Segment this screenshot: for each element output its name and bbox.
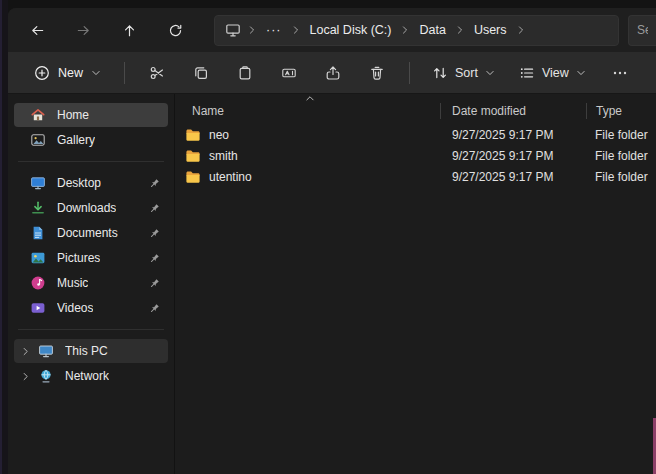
forward-button[interactable] <box>66 15 100 45</box>
breadcrumb-segment-drive[interactable]: Local Disk (C:) <box>303 20 399 40</box>
chevron-down-icon <box>576 68 586 78</box>
sort-button-label: Sort <box>455 66 478 80</box>
sidebar-item-home[interactable]: Home <box>14 103 168 127</box>
plus-circle-icon <box>34 65 50 81</box>
sidebar-item-desktop[interactable]: Desktop <box>14 171 168 195</box>
column-header-label: Type <box>596 104 622 118</box>
sidebar-item-this-pc[interactable]: This PC <box>14 339 168 363</box>
file-name-cell[interactable]: smith <box>175 148 440 164</box>
sidebar-item-label: Music <box>57 276 88 290</box>
chevron-right-icon <box>399 25 411 35</box>
file-type: File folder <box>585 170 656 184</box>
chevron-right-icon[interactable] <box>18 346 32 357</box>
pin-icon[interactable] <box>148 252 161 265</box>
forward-icon <box>76 23 91 38</box>
file-date-modified: 9/27/2025 9:17 PM <box>440 128 585 142</box>
file-type: File folder <box>585 149 656 163</box>
explorer-body: Home Gallery Desktop Downloads <box>8 94 656 474</box>
refresh-button[interactable] <box>158 15 192 45</box>
address-bar[interactable]: ··· Local Disk (C:) Data Users <box>214 15 619 46</box>
sort-button[interactable]: Sort <box>423 57 504 89</box>
file-date-modified: 9/27/2025 9:17 PM <box>440 170 585 184</box>
file-list-pane: Name Date modified Type neo <box>175 94 656 474</box>
folder-icon <box>185 148 201 164</box>
gallery-icon <box>30 132 46 148</box>
up-icon <box>122 23 137 38</box>
pin-icon[interactable] <box>148 277 161 290</box>
new-button-label: New <box>58 66 83 80</box>
more-options-button[interactable] <box>601 57 639 89</box>
sidebar-item-documents[interactable]: Documents <box>14 221 168 245</box>
sidebar-item-downloads[interactable]: Downloads <box>14 196 168 220</box>
more-icon <box>612 65 628 81</box>
rename-button[interactable] <box>270 57 308 89</box>
sidebar-item-pictures[interactable]: Pictures <box>14 246 168 270</box>
trash-icon <box>369 65 385 81</box>
pin-icon[interactable] <box>148 227 161 240</box>
network-icon <box>38 368 54 384</box>
chevron-down-icon <box>91 68 101 78</box>
column-header-date-modified[interactable]: Date modified <box>441 98 586 124</box>
cut-button[interactable] <box>138 57 176 89</box>
breadcrumb-segment-users[interactable]: Users <box>467 20 514 40</box>
file-row[interactable]: neo 9/27/2025 9:17 PM File folder <box>175 124 656 145</box>
sidebar-item-label: Videos <box>57 301 93 315</box>
chevron-right-icon <box>454 25 466 35</box>
file-name: utentino <box>209 170 252 184</box>
sidebar-item-gallery[interactable]: Gallery <box>14 128 168 152</box>
sidebar-item-label: Network <box>65 369 109 383</box>
desktop-icon <box>30 175 46 191</box>
copy-button[interactable] <box>182 57 220 89</box>
file-name-cell[interactable]: neo <box>175 127 440 143</box>
up-button[interactable] <box>112 15 146 45</box>
file-date-modified: 9/27/2025 9:17 PM <box>440 149 585 163</box>
chevron-right-icon <box>246 25 258 35</box>
file-row[interactable]: smith 9/27/2025 9:17 PM File folder <box>175 145 656 166</box>
search-box[interactable] <box>628 15 656 46</box>
share-button[interactable] <box>314 57 352 89</box>
delete-button[interactable] <box>358 57 396 89</box>
home-icon <box>30 107 46 123</box>
sidebar-item-label: Desktop <box>57 176 101 190</box>
column-header-label: Name <box>192 104 224 118</box>
refresh-icon <box>168 23 183 38</box>
pin-icon[interactable] <box>148 202 161 215</box>
chevron-right-icon <box>515 25 527 35</box>
sidebar-item-label: Gallery <box>57 133 95 147</box>
toolbar-divider <box>124 62 125 84</box>
new-button[interactable]: New <box>24 57 111 89</box>
back-button[interactable] <box>20 15 54 45</box>
file-row[interactable]: utentino 9/27/2025 9:17 PM File folder <box>175 166 656 187</box>
sidebar-item-network[interactable]: Network <box>14 364 168 388</box>
sidebar-item-music[interactable]: Music <box>14 271 168 295</box>
scissors-icon <box>149 65 165 81</box>
sort-icon <box>432 65 448 81</box>
file-name-cell[interactable]: utentino <box>175 169 440 185</box>
sidebar-item-label: Home <box>57 108 89 122</box>
desktop-edge-left <box>0 0 8 474</box>
file-name: neo <box>209 128 229 142</box>
navigation-pane: Home Gallery Desktop Downloads <box>8 94 175 474</box>
folder-icon <box>185 127 201 143</box>
paste-button[interactable] <box>226 57 264 89</box>
column-header-row: Name Date modified Type <box>175 98 656 124</box>
videos-icon <box>30 300 46 316</box>
sidebar-item-label: Documents <box>57 226 118 240</box>
breadcrumb-overflow[interactable]: ··· <box>259 20 289 40</box>
breadcrumb-segment-data[interactable]: Data <box>412 20 452 40</box>
screen: ··· Local Disk (C:) Data Users New <box>0 0 656 474</box>
sidebar-divider <box>18 161 164 162</box>
pin-icon[interactable] <box>148 177 161 190</box>
rename-icon <box>281 65 297 81</box>
sort-ascending-icon <box>305 94 315 102</box>
monitor-icon <box>221 22 245 38</box>
column-header-type[interactable]: Type <box>587 98 656 124</box>
sidebar-item-label: This PC <box>65 344 108 358</box>
chevron-right-icon <box>290 25 302 35</box>
search-input[interactable] <box>637 23 648 37</box>
view-button[interactable]: View <box>510 57 595 89</box>
pin-icon[interactable] <box>148 302 161 315</box>
sidebar-item-videos[interactable]: Videos <box>14 296 168 320</box>
downloads-icon <box>30 200 46 216</box>
chevron-right-icon[interactable] <box>18 371 32 382</box>
